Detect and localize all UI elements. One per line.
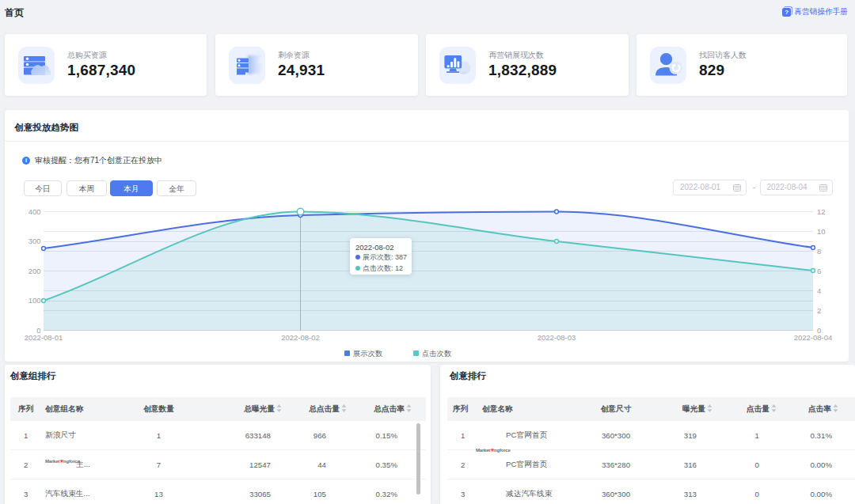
svg-text:400: 400 xyxy=(28,207,41,216)
svg-text:2: 2 xyxy=(817,306,821,315)
svg-text:10: 10 xyxy=(817,227,826,236)
svg-text:200: 200 xyxy=(28,267,41,275)
svg-text:2022-08-02: 2022-08-02 xyxy=(281,333,320,342)
svg-text:4: 4 xyxy=(817,286,821,295)
svg-text:2022-08-04: 2022-08-04 xyxy=(794,333,833,342)
svg-text:12: 12 xyxy=(817,207,826,216)
svg-text:2022-08-03: 2022-08-03 xyxy=(538,333,576,342)
svg-text:100: 100 xyxy=(28,296,41,305)
svg-text:展示次数: 展示次数 xyxy=(353,350,383,358)
svg-text:2022-08-01: 2022-08-01 xyxy=(25,333,63,342)
svg-text:6: 6 xyxy=(817,267,821,275)
svg-text:点击次数: 点击次数 xyxy=(422,350,452,358)
svg-text:8: 8 xyxy=(817,247,821,256)
svg-text:300: 300 xyxy=(28,237,41,245)
